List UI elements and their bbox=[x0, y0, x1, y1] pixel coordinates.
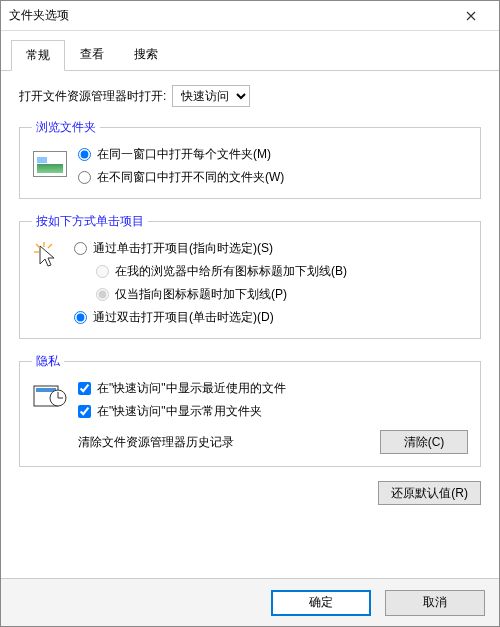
radio-underline-all-input bbox=[96, 265, 109, 278]
browse-folders-legend: 浏览文件夹 bbox=[32, 119, 100, 136]
browse-folders-group: 浏览文件夹 在同一窗口中打开每个文件夹(M) 在不同窗口中打开不同的文件夹(W) bbox=[19, 119, 481, 199]
radio-diff-window[interactable]: 在不同窗口中打开不同的文件夹(W) bbox=[78, 169, 468, 186]
tab-content: 打开文件资源管理器时打开: 快速访问 浏览文件夹 在同一窗口中打开每个文件夹(M… bbox=[1, 71, 499, 578]
radio-diff-window-label: 在不同窗口中打开不同的文件夹(W) bbox=[97, 169, 284, 186]
tab-general-label: 常规 bbox=[26, 48, 50, 62]
radio-single-click-input[interactable] bbox=[74, 242, 87, 255]
folder-icon bbox=[32, 146, 68, 182]
radio-diff-window-input[interactable] bbox=[78, 171, 91, 184]
checkbox-frequent-folders[interactable]: 在"快速访问"中显示常用文件夹 bbox=[78, 403, 468, 420]
radio-underline-hover-input bbox=[96, 288, 109, 301]
cursor-icon bbox=[32, 240, 64, 272]
privacy-group: 隐私 在"快速访问"中显示最近使用的文件 在"快速访问"中显示常用文件夹 清除文… bbox=[19, 353, 481, 467]
open-explorer-label: 打开文件资源管理器时打开: bbox=[19, 88, 166, 105]
clear-history-label: 清除文件资源管理器历史记录 bbox=[78, 434, 380, 451]
open-explorer-select[interactable]: 快速访问 bbox=[172, 85, 250, 107]
svg-line-2 bbox=[48, 244, 52, 248]
window-title: 文件夹选项 bbox=[9, 7, 451, 24]
radio-underline-all-label: 在我的浏览器中给所有图标标题加下划线(B) bbox=[115, 263, 347, 280]
ok-button[interactable]: 确定 bbox=[271, 590, 371, 616]
clear-button[interactable]: 清除(C) bbox=[380, 430, 468, 454]
checkbox-frequent-folders-label: 在"快速访问"中显示常用文件夹 bbox=[97, 403, 262, 420]
checkbox-recent-files[interactable]: 在"快速访问"中显示最近使用的文件 bbox=[78, 380, 468, 397]
checkbox-recent-files-label: 在"快速访问"中显示最近使用的文件 bbox=[97, 380, 286, 397]
restore-row: 还原默认值(R) bbox=[19, 481, 481, 505]
dialog-footer: 确定 取消 bbox=[1, 578, 499, 626]
radio-double-click-label: 通过双击打开项目(单击时选定)(D) bbox=[93, 309, 274, 326]
radio-same-window-input[interactable] bbox=[78, 148, 91, 161]
open-explorer-row: 打开文件资源管理器时打开: 快速访问 bbox=[19, 85, 481, 107]
tabs: 常规 查看 搜索 bbox=[1, 31, 499, 71]
tab-general[interactable]: 常规 bbox=[11, 40, 65, 71]
radio-double-click[interactable]: 通过双击打开项目(单击时选定)(D) bbox=[74, 309, 468, 326]
cancel-button[interactable]: 取消 bbox=[385, 590, 485, 616]
click-items-legend: 按如下方式单击项目 bbox=[32, 213, 148, 230]
radio-underline-hover: 仅当指向图标标题时加下划线(P) bbox=[96, 286, 468, 303]
tab-view-label: 查看 bbox=[80, 47, 104, 61]
svg-line-0 bbox=[36, 244, 40, 248]
tab-view[interactable]: 查看 bbox=[65, 39, 119, 70]
close-button[interactable] bbox=[451, 2, 491, 30]
close-icon bbox=[466, 11, 476, 21]
tab-search[interactable]: 搜索 bbox=[119, 39, 173, 70]
radio-single-click-label: 通过单击打开项目(指向时选定)(S) bbox=[93, 240, 273, 257]
click-items-group: 按如下方式单击项目 通过单击打开项目(指向时选定)(S) 在我的浏览器中给所有图… bbox=[19, 213, 481, 339]
radio-single-click[interactable]: 通过单击打开项目(指向时选定)(S) bbox=[74, 240, 468, 257]
radio-double-click-input[interactable] bbox=[74, 311, 87, 324]
privacy-icon bbox=[32, 380, 68, 410]
checkbox-recent-files-input[interactable] bbox=[78, 382, 91, 395]
radio-same-window[interactable]: 在同一窗口中打开每个文件夹(M) bbox=[78, 146, 468, 163]
restore-defaults-button[interactable]: 还原默认值(R) bbox=[378, 481, 481, 505]
clear-history-row: 清除文件资源管理器历史记录 清除(C) bbox=[78, 430, 468, 454]
radio-same-window-label: 在同一窗口中打开每个文件夹(M) bbox=[97, 146, 271, 163]
titlebar: 文件夹选项 bbox=[1, 1, 499, 31]
checkbox-frequent-folders-input[interactable] bbox=[78, 405, 91, 418]
radio-underline-hover-label: 仅当指向图标标题时加下划线(P) bbox=[115, 286, 287, 303]
radio-underline-all: 在我的浏览器中给所有图标标题加下划线(B) bbox=[96, 263, 468, 280]
privacy-legend: 隐私 bbox=[32, 353, 64, 370]
tab-search-label: 搜索 bbox=[134, 47, 158, 61]
